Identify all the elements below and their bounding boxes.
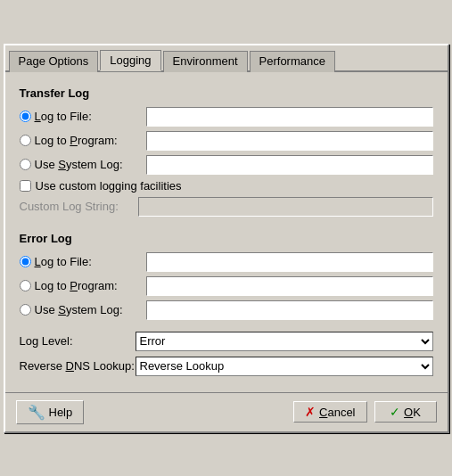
custom-logging-label: Use custom logging facilities bbox=[36, 179, 182, 193]
error-log-to-file-radio[interactable] bbox=[20, 256, 31, 267]
transfer-use-system-log-radio[interactable] bbox=[20, 159, 31, 170]
tab-bar: Page Options Logging Environment Perform… bbox=[5, 45, 448, 72]
log-level-label: Log Level: bbox=[20, 334, 136, 348]
transfer-log-to-program-label: Log to Program: bbox=[35, 134, 146, 147]
ok-icon: ✓ bbox=[390, 405, 400, 419]
cancel-icon: ✗ bbox=[305, 405, 316, 419]
transfer-log-to-program-input[interactable] bbox=[146, 131, 433, 151]
error-log-to-file-row: Log to File: logs/error_log bbox=[20, 252, 433, 272]
reverse-dns-row: Reverse DNS Lookup: Reverse Lookup No Lo… bbox=[20, 357, 433, 376]
transfer-log-to-file-input[interactable]: logs/access_log bbox=[146, 107, 433, 127]
reverse-dns-select[interactable]: Reverse Lookup No Lookup Double Lookup bbox=[136, 357, 433, 376]
tab-content: Transfer Log Log to File: logs/access_lo… bbox=[5, 72, 448, 392]
transfer-log-title: Transfer Log bbox=[20, 86, 433, 100]
transfer-use-system-log-input[interactable] bbox=[146, 155, 433, 175]
custom-log-string-label: Custom Log String: bbox=[20, 200, 138, 213]
dialog: Page Options Logging Environment Perform… bbox=[4, 44, 449, 433]
right-buttons: ✗ Cancel ✓ OK bbox=[293, 401, 436, 423]
tab-performance[interactable]: Performance bbox=[250, 51, 335, 72]
footer: 🔧 Help ✗ Cancel ✓ OK bbox=[5, 392, 448, 431]
transfer-use-system-log-row: Use System Log: bbox=[20, 155, 433, 175]
error-log-to-file-label: Log to File: bbox=[35, 255, 146, 268]
help-label: Help bbox=[49, 406, 73, 419]
error-use-system-log-row: Use System Log: bbox=[20, 300, 433, 320]
custom-logging-checkbox[interactable] bbox=[20, 180, 31, 192]
error-log-to-program-input[interactable] bbox=[146, 276, 433, 296]
help-icon: 🔧 bbox=[28, 404, 45, 421]
cancel-label: Cancel bbox=[319, 406, 355, 419]
log-level-row: Log Level: Error Warn Notice Info Debug bbox=[20, 332, 433, 351]
help-button[interactable]: 🔧 Help bbox=[16, 400, 85, 424]
error-log-title: Error Log bbox=[20, 232, 433, 245]
cancel-button[interactable]: ✗ Cancel bbox=[293, 401, 366, 423]
custom-logging-row: Use custom logging facilities bbox=[20, 179, 433, 193]
transfer-log-to-file-radio[interactable] bbox=[20, 111, 31, 122]
custom-log-string-input[interactable] bbox=[138, 197, 433, 217]
tab-page-options[interactable]: Page Options bbox=[9, 51, 99, 72]
tab-environment[interactable]: Environment bbox=[163, 51, 248, 72]
ok-label: OK bbox=[404, 406, 421, 419]
error-log-to-program-radio[interactable] bbox=[20, 280, 31, 291]
error-use-system-log-label: Use System Log: bbox=[35, 303, 146, 316]
ok-button[interactable]: ✓ OK bbox=[374, 401, 437, 423]
error-log-to-file-input[interactable]: logs/error_log bbox=[146, 252, 433, 272]
transfer-log-to-file-row: Log to File: logs/access_log bbox=[20, 107, 433, 127]
custom-log-string-row: Custom Log String: bbox=[20, 197, 433, 217]
transfer-log-to-file-label: Log to File: bbox=[35, 110, 146, 123]
transfer-log-to-program-row: Log to Program: bbox=[20, 131, 433, 151]
error-use-system-log-radio[interactable] bbox=[20, 304, 31, 316]
error-log-to-program-row: Log to Program: bbox=[20, 276, 433, 296]
error-use-system-log-input[interactable] bbox=[146, 300, 433, 320]
log-level-select[interactable]: Error Warn Notice Info Debug bbox=[136, 332, 433, 351]
transfer-log-to-program-radio[interactable] bbox=[20, 135, 31, 146]
tab-logging[interactable]: Logging bbox=[100, 50, 160, 71]
error-log-to-program-label: Log to Program: bbox=[35, 279, 146, 292]
transfer-use-system-log-label: Use System Log: bbox=[35, 158, 146, 171]
reverse-dns-label: Reverse DNS Lookup: bbox=[20, 359, 136, 373]
